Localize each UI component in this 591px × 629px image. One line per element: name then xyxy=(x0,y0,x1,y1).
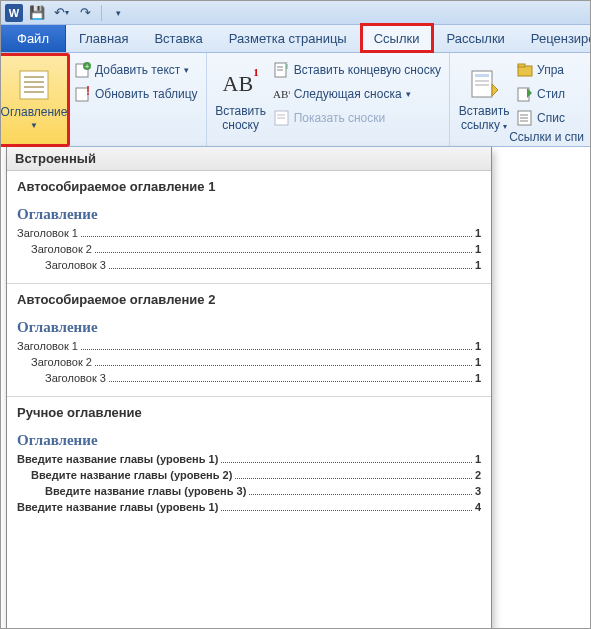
tab-page-layout[interactable]: Разметка страницы xyxy=(216,25,360,52)
svg-text:+: + xyxy=(85,62,90,71)
group-toc: Оглавление ▼ + Добавить текст ! Обновить… xyxy=(1,53,207,146)
update-table-button[interactable]: ! Обновить таблицу xyxy=(73,82,200,106)
undo-button[interactable]: ↶▾ xyxy=(51,3,71,23)
footnote-small-buttons: i Вставить концевую сноску AB¹ Следующая… xyxy=(272,56,443,130)
gallery-header: Встроенный xyxy=(7,147,491,171)
group-footnotes: AB1 Вставить сноску i Вставить концевую … xyxy=(207,53,450,146)
tab-insert[interactable]: Вставка xyxy=(141,25,215,52)
gallery-item-manual[interactable]: Ручное оглавление Оглавление Введите наз… xyxy=(7,397,491,519)
tab-file[interactable]: Файл xyxy=(1,25,66,52)
insert-endnote-button[interactable]: i Вставить концевую сноску xyxy=(272,58,443,82)
toc-line: Заголовок 31 xyxy=(17,372,481,384)
toc-line: Заголовок 11 xyxy=(17,227,481,239)
qat-separator xyxy=(101,5,102,21)
redo-button[interactable]: ↷ xyxy=(75,3,95,23)
svg-rect-23 xyxy=(518,64,525,67)
ribbon: Оглавление ▼ + Добавить текст ! Обновить… xyxy=(1,53,590,147)
gallery-item-auto2[interactable]: Автособираемое оглавление 2 Оглавление З… xyxy=(7,284,491,390)
group-label-citations: Ссылки и спи xyxy=(509,130,584,144)
toc-line: Заголовок 11 xyxy=(17,340,481,352)
svg-marker-21 xyxy=(492,84,498,96)
toc-line: Введите название главы (уровень 1)1 xyxy=(17,453,481,465)
toc-gallery: Встроенный Автособираемое оглавление 1 О… xyxy=(6,147,492,629)
next-footnote-button[interactable]: AB¹ Следующая сноска xyxy=(272,82,443,106)
add-text-button[interactable]: + Добавить текст xyxy=(73,58,200,82)
manual-toc-title: Ручное оглавление xyxy=(17,405,481,420)
toc-line: Введите название главы (уровень 3)3 xyxy=(17,485,481,497)
tab-mailings[interactable]: Рассылки xyxy=(434,25,518,52)
endnote-icon: i xyxy=(274,62,290,78)
update-table-label: Обновить таблицу xyxy=(95,87,198,101)
style-button[interactable]: Стил xyxy=(515,82,567,106)
gallery-body: Автособираемое оглавление 1 Оглавление З… xyxy=(7,171,491,525)
svg-text:i: i xyxy=(286,62,288,71)
add-text-icon: + xyxy=(75,62,91,78)
toc-button[interactable]: Оглавление ▼ xyxy=(0,53,70,147)
toc-button-label: Оглавление xyxy=(1,105,68,119)
manage-sources-button[interactable]: Упра xyxy=(515,58,567,82)
svg-rect-18 xyxy=(475,74,489,77)
toc-line: Заголовок 21 xyxy=(17,243,481,255)
insert-citation-button[interactable]: Вставить ссылку ▾ xyxy=(456,56,512,144)
tab-review[interactable]: Рецензиро xyxy=(518,25,591,52)
toc-line: Заголовок 21 xyxy=(17,356,481,368)
gallery-item-auto1[interactable]: Автособираемое оглавление 1 Оглавление З… xyxy=(7,171,491,277)
tab-references[interactable]: Ссылки xyxy=(360,23,434,53)
style-label: Стил xyxy=(537,87,565,101)
chevron-down-icon: ▼ xyxy=(30,121,38,131)
toc-line: Введите название главы (уровень 1)4 xyxy=(17,501,481,513)
insert-citation-label-2: ссылку ▾ xyxy=(461,118,507,132)
title-bar: W 💾 ↶▾ ↷ ▾ xyxy=(1,1,590,25)
show-notes-button: Показать сноски xyxy=(272,106,443,130)
add-text-label: Добавить текст xyxy=(95,63,180,77)
citation-icon xyxy=(468,68,500,100)
manage-label: Упра xyxy=(537,63,564,77)
manage-icon xyxy=(517,62,533,78)
word-app-icon: W xyxy=(5,4,23,22)
ribbon-tabs: Файл Главная Вставка Разметка страницы С… xyxy=(1,25,590,53)
svg-text:!: ! xyxy=(86,86,90,98)
toc-line: Заголовок 31 xyxy=(17,259,481,271)
style-icon xyxy=(517,86,533,102)
list-label: Спис xyxy=(537,111,565,125)
insert-endnote-label: Вставить концевую сноску xyxy=(294,63,441,77)
next-footnote-label: Следующая сноска xyxy=(294,87,402,101)
insert-footnote-button[interactable]: AB1 Вставить сноску xyxy=(213,56,269,144)
toc-heading: Оглавление xyxy=(17,319,481,336)
save-button[interactable]: 💾 xyxy=(27,3,47,23)
undo-icon: ↶ xyxy=(54,5,65,20)
tab-home[interactable]: Главная xyxy=(66,25,141,52)
update-table-icon: ! xyxy=(75,86,91,102)
auto-toc-2-title: Автособираемое оглавление 2 xyxy=(17,292,481,307)
toc-heading: Оглавление xyxy=(17,206,481,223)
insert-footnote-label-2: сноску xyxy=(222,118,259,132)
toc-icon xyxy=(18,69,50,101)
list-icon xyxy=(517,110,533,126)
auto-toc-1-title: Автособираемое оглавление 1 xyxy=(17,179,481,194)
toc-small-buttons: + Добавить текст ! Обновить таблицу xyxy=(73,56,200,106)
citation-small-buttons: Упра Стил Спис xyxy=(515,56,567,130)
bibliography-button[interactable]: Спис xyxy=(515,106,567,130)
show-notes-icon xyxy=(274,110,290,126)
toc-line: Введите название главы (уровень 2)2 xyxy=(17,469,481,481)
insert-citation-label-1: Вставить xyxy=(459,104,510,118)
qat-customize[interactable]: ▾ xyxy=(108,3,128,23)
show-notes-label: Показать сноски xyxy=(294,111,386,125)
svg-rect-0 xyxy=(20,71,48,99)
next-footnote-icon: AB¹ xyxy=(274,86,290,102)
insert-footnote-label-1: Вставить xyxy=(215,104,266,118)
toc-heading: Оглавление xyxy=(17,432,481,449)
footnote-icon: AB1 xyxy=(225,68,257,100)
